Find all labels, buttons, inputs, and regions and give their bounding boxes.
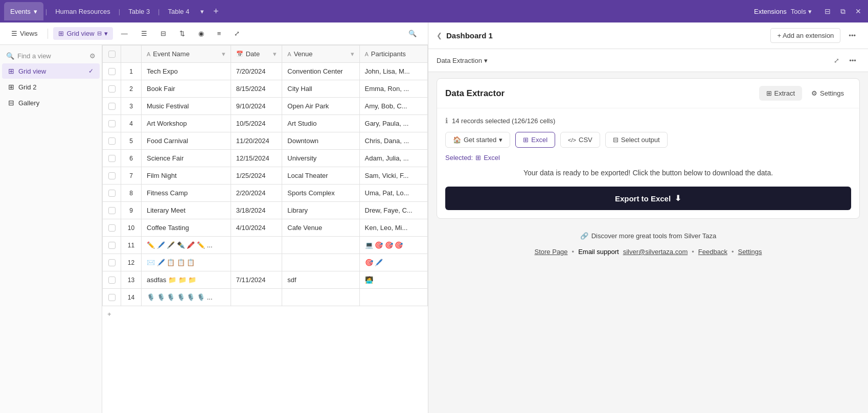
row-checkbox-cell[interactable] [103, 271, 121, 289]
event-name-sort-icon[interactable]: ▾ [222, 50, 225, 58]
row-checkbox[interactable] [108, 137, 116, 145]
row-checkbox-cell[interactable] [103, 254, 121, 271]
tab-table3[interactable]: Table 3 [122, 2, 156, 20]
row-checkbox[interactable] [108, 68, 116, 75]
feedback-link[interactable]: Feedback [698, 248, 727, 256]
table-row[interactable]: 13 asdfas 📁 📁 📁 7/11/2024 sdf 🧑‍💻 [103, 271, 428, 289]
more-tabs-chevron[interactable]: ▾ [196, 6, 208, 17]
settings-tab[interactable]: ⚙ Settings [804, 86, 851, 101]
add-extension-button[interactable]: + Add an extension [770, 28, 840, 43]
row-checkbox[interactable] [108, 85, 116, 93]
table-row[interactable]: 11 ✏️ 🖊️ 🖋️ ✒️ 🖍️ ✏️ ... 💻 🎯 🎯 🎯 [103, 237, 428, 254]
select-output-label: Select output [621, 136, 660, 144]
fullscreen-button[interactable]: ⤢ [829, 53, 843, 67]
table-row[interactable]: 3 Music Festival 9/10/2024 Open Air Park… [103, 98, 428, 115]
row-checkbox[interactable] [108, 103, 116, 110]
extractor-header: Data Extractor ⊞ Extract ⚙ Settings [437, 79, 859, 108]
sort-button[interactable]: ⇅ [174, 27, 190, 40]
row-checkbox-cell[interactable] [103, 289, 121, 306]
dashboard-chevron[interactable]: ❮ [437, 32, 442, 39]
footer-dot-3: • [732, 248, 734, 256]
tools-menu[interactable]: Tools ▾ [791, 8, 812, 15]
group-button[interactable]: ⊟ [155, 27, 171, 40]
row-checkbox-cell[interactable] [103, 219, 121, 237]
sidebar-item-grid2[interactable]: ⊞ Grid 2 [2, 79, 100, 95]
sidebar-item-grid-view[interactable]: ⊞ Grid view ✓ [2, 63, 100, 79]
row-checkbox-cell[interactable] [103, 167, 121, 185]
add-row-button[interactable]: + [102, 306, 428, 322]
add-tab-button[interactable]: + [209, 4, 223, 18]
row-checkbox[interactable] [108, 207, 116, 214]
venue-sort-icon[interactable]: ▾ [351, 50, 354, 58]
minimize-button[interactable]: ⊟ [822, 6, 833, 17]
grid-view-button[interactable]: ⊞ Grid view ⊟ ▾ [53, 27, 112, 40]
export-excel-button[interactable]: Export to Excel ⬇ [445, 187, 851, 210]
select-all-header[interactable] [103, 45, 121, 63]
table-row[interactable]: 6 Science Fair 12/15/2024 University Ada… [103, 150, 428, 167]
table-row[interactable]: 12 ✉️ 🖊️ 📋 📋 📋 🎯 🖊️ [103, 254, 428, 271]
table-row[interactable]: 2 Book Fair 8/15/2024 City Hall Emma, Ro… [103, 80, 428, 98]
table-row[interactable]: 10 Coffee Tasting 4/10/2024 Cafe Venue K… [103, 219, 428, 237]
search-button[interactable]: 🔍 [403, 27, 422, 40]
table-row[interactable]: 9 Literary Meet 3/18/2024 Library Drew, … [103, 202, 428, 219]
row-checkbox[interactable] [108, 259, 116, 266]
row-checkbox[interactable] [108, 242, 116, 249]
close-button[interactable]: ✕ [853, 6, 864, 17]
footer-settings-link[interactable]: Settings [738, 248, 762, 256]
email-link[interactable]: silver@silvertaza.com [623, 248, 688, 256]
row-checkbox[interactable] [108, 155, 116, 162]
row-checkbox-cell[interactable] [103, 132, 121, 150]
views-button[interactable]: ☰ Views [6, 27, 42, 40]
row-checkbox[interactable] [108, 172, 116, 179]
data-extraction-toggle[interactable]: Data Extraction ▾ [437, 57, 488, 64]
footer-dot-1: • [572, 248, 575, 256]
table-row[interactable]: 5 Food Carnival 11/20/2024 Downtown Chri… [103, 132, 428, 150]
hide-button[interactable]: — [116, 27, 133, 40]
row-checkbox-cell[interactable] [103, 115, 121, 132]
sidebar-item-gallery[interactable]: ⊟ Gallery [2, 95, 100, 110]
row-checkbox[interactable] [108, 190, 116, 197]
excel-button[interactable]: ⊞ Excel [515, 132, 555, 148]
csv-button[interactable]: </> CSV [560, 132, 600, 148]
row-checkbox-cell[interactable] [103, 63, 121, 80]
row-checkbox[interactable] [108, 120, 116, 127]
table-row[interactable]: 4 Art Workshop 10/5/2024 Art Studio Gary… [103, 115, 428, 132]
row-checkbox[interactable] [108, 224, 116, 232]
expand-button[interactable]: ⤢ [229, 27, 245, 40]
color-button[interactable]: ◉ [193, 27, 209, 40]
venue-header[interactable]: A Venue ▾ [282, 45, 359, 63]
row-checkbox-cell[interactable] [103, 185, 121, 202]
select-output-button[interactable]: ⊟ Select output [605, 132, 668, 148]
more-options-button[interactable]: ••• [844, 30, 860, 41]
extract-tab[interactable]: ⊞ Extract [759, 86, 802, 101]
participants-header[interactable]: A Participants [359, 45, 427, 63]
date-sort-icon[interactable]: ▾ [273, 50, 277, 58]
row-height-button[interactable]: ≡ [212, 27, 226, 40]
table-row[interactable]: 8 Fitness Camp 2/20/2024 Sports Complex … [103, 185, 428, 202]
row-checkbox-cell[interactable] [103, 80, 121, 98]
row-checkbox-cell[interactable] [103, 150, 121, 167]
restore-button[interactable]: ⧉ [837, 6, 849, 17]
table-row[interactable]: 7 Film Night 1/25/2024 Local Theater Sam… [103, 167, 428, 185]
row-checkbox[interactable] [108, 294, 116, 301]
row-checkbox-cell[interactable] [103, 202, 121, 219]
tab-human-resources[interactable]: Human Resources [49, 2, 117, 20]
date-header[interactable]: 📅 Date ▾ [231, 45, 282, 63]
event-name-header[interactable]: A Event Name ▾ [142, 45, 231, 63]
row-checkbox-cell[interactable] [103, 98, 121, 115]
grid-view-chevron[interactable]: ▾ [104, 30, 108, 37]
data-ext-more-button[interactable]: ••• [846, 53, 860, 67]
table-row[interactable]: 1 Tech Expo 7/20/2024 Convention Center … [103, 63, 428, 80]
row-checkbox-cell[interactable] [103, 237, 121, 254]
filter-button[interactable]: ☰ [136, 27, 152, 40]
select-all-checkbox[interactable] [108, 51, 116, 58]
sidebar-settings-icon[interactable]: ⚙ [89, 52, 96, 60]
events-tab-chevron[interactable]: ▾ [34, 8, 37, 15]
table-row[interactable]: 14 🎙️ 🎙️ 🎙️ 🎙️ 🎙️ 🎙️ ... [103, 289, 428, 306]
views-search[interactable]: 🔍 Find a view ⚙ [0, 49, 102, 63]
get-started-button[interactable]: 🏠 Get started ▾ [445, 132, 510, 148]
row-checkbox[interactable] [108, 277, 116, 284]
store-page-link[interactable]: Store Page [535, 248, 568, 256]
tab-table4[interactable]: Table 4 [162, 2, 196, 20]
tab-events[interactable]: Events ▾ [4, 2, 43, 20]
